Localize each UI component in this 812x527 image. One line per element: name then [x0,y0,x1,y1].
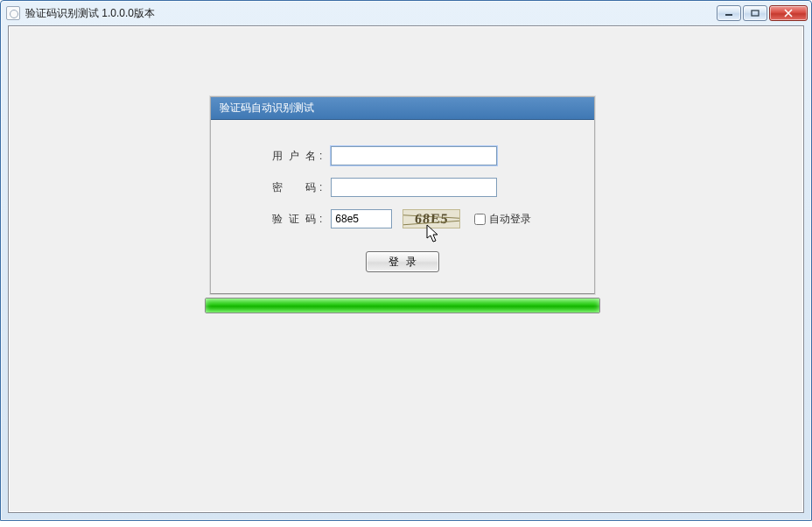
login-panel: 验证码自动识别测试 用户名 : 密 码 : 验证码 : 6 [210,96,595,294]
progress-bar [205,298,600,313]
label-colon: : [319,213,322,225]
captcha-row: 验证码 : 68E5 自动登录 [272,209,531,228]
svg-rect-0 [725,14,732,16]
panel-body: 用户名 : 密 码 : 验证码 : 68E5 [211,120,594,293]
titlebar[interactable]: 验证码识别测试 1.0.0.0版本 [1,1,811,25]
username-row: 用户名 : [272,146,497,165]
password-label: 密 码 [272,180,316,195]
maximize-button[interactable] [743,5,767,21]
label-colon: : [319,181,322,193]
minimize-button[interactable] [717,5,741,21]
captcha-label: 验证码 [272,212,316,227]
captcha-input[interactable] [331,209,392,228]
client-area: 验证码自动识别测试 用户名 : 密 码 : 验证码 : 6 [8,25,804,513]
auto-login-wrapper[interactable]: 自动登录 [474,212,531,227]
progress-fill [206,299,599,313]
username-label: 用户名 [272,149,316,164]
maximize-icon [751,10,760,17]
close-button[interactable] [769,5,808,21]
label-colon: : [319,150,322,162]
password-input[interactable] [331,178,497,197]
window-title: 验证码识别测试 1.0.0.0版本 [25,6,717,21]
auto-login-label: 自动登录 [489,212,531,227]
login-row: 登录 [211,251,594,272]
username-input[interactable] [331,146,497,165]
panel-header: 验证码自动识别测试 [211,97,594,120]
app-icon [6,6,20,20]
minimize-icon [724,10,733,17]
close-icon [783,9,794,18]
app-window: 验证码识别测试 1.0.0.0版本 验证码自动识别测试 [0,0,812,521]
svg-rect-1 [752,11,759,16]
auto-login-checkbox[interactable] [474,214,486,225]
password-row: 密 码 : [272,178,497,197]
login-button[interactable]: 登录 [366,251,439,272]
captcha-image-text: 68E5 [414,211,449,227]
window-controls [717,5,808,21]
captcha-image[interactable]: 68E5 [402,209,460,228]
